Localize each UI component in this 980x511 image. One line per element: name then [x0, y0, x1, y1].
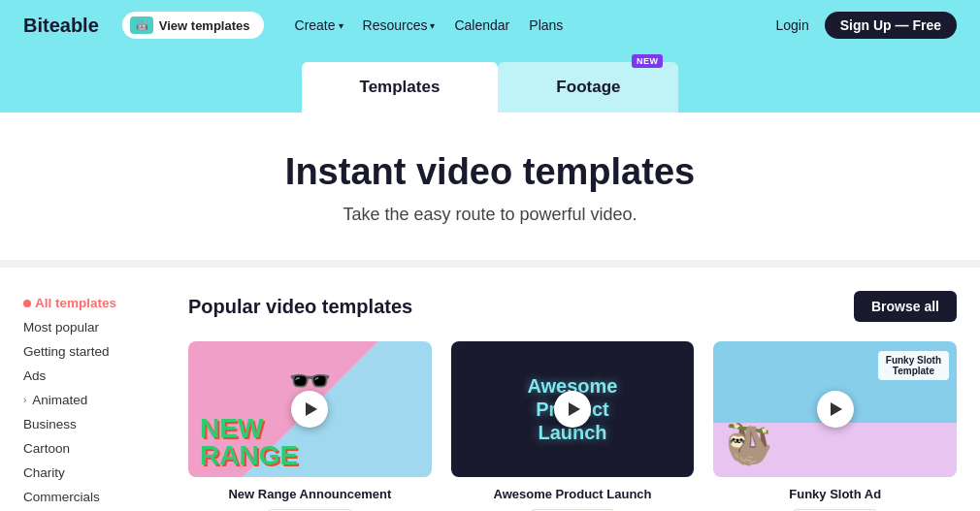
play-button[interactable] [291, 391, 328, 428]
video-card-product-launch: AwesomeProductLaunch Awesome Product Lau… [451, 341, 695, 511]
tabs-section: Templates NEW Footage [0, 50, 980, 112]
robot-icon: 🤖 [130, 16, 153, 34]
tabs-container: Templates NEW Footage [302, 62, 679, 112]
content-area: Popular video templates Browse all 🕶️ NE… [188, 291, 957, 511]
chevron-down-icon: ▾ [430, 20, 435, 31]
video-card-new-range: 🕶️ NEWRANGE New Range Announcement Edit … [188, 341, 432, 511]
sidebar: All templates Most popular Getting start… [23, 291, 188, 511]
header: Biteable 🤖 View templates Create ▾ Resou… [0, 0, 980, 50]
section-header: Popular video templates Browse all [188, 291, 957, 322]
play-button[interactable] [554, 391, 591, 428]
video-title-0: New Range Announcement [228, 487, 391, 501]
sloth-title-text: Funky SlothTemplate [878, 351, 949, 380]
active-dot [23, 300, 31, 307]
new-range-text: NEWRANGE [200, 415, 298, 469]
video-title-2: Funky Sloth Ad [789, 487, 881, 501]
nav-calendar[interactable]: Calendar [446, 14, 517, 37]
sidebar-item-animated[interactable]: › Animated [23, 388, 173, 412]
sloth-emoji: 🦥 [725, 422, 773, 467]
nav-plans[interactable]: Plans [521, 14, 571, 37]
sidebar-item-ads[interactable]: Ads [23, 364, 173, 388]
main-content: All templates Most popular Getting start… [0, 268, 980, 511]
view-templates-label: View templates [159, 18, 250, 33]
sidebar-item-cartoon[interactable]: Cartoon [23, 436, 173, 461]
sidebar-item-all-templates[interactable]: All templates [23, 291, 173, 315]
chevron-right-icon: › [23, 395, 26, 405]
video-grid: 🕶️ NEWRANGE New Range Announcement Edit … [188, 341, 957, 511]
hero-section: Instant video templates Take the easy ro… [0, 112, 980, 260]
thumbnail-product-launch[interactable]: AwesomeProductLaunch [451, 341, 695, 477]
browse-all-button[interactable]: Browse all [854, 291, 957, 322]
nav-create[interactable]: Create ▾ [287, 14, 351, 37]
hero-title: Instant video templates [19, 151, 961, 193]
header-right: Login Sign Up — Free [776, 12, 958, 39]
divider [0, 260, 980, 268]
thumbnail-new-range[interactable]: 🕶️ NEWRANGE [188, 341, 432, 477]
play-button[interactable] [817, 391, 854, 428]
section-title: Popular video templates [188, 296, 412, 318]
view-templates-button[interactable]: 🤖 View templates [122, 12, 264, 39]
tab-footage[interactable]: NEW Footage [498, 62, 678, 112]
logo[interactable]: Biteable [23, 15, 99, 37]
chevron-down-icon: ▾ [339, 20, 343, 31]
new-badge: NEW [632, 54, 664, 68]
login-link[interactable]: Login [776, 17, 809, 33]
sidebar-item-charity[interactable]: Charity [23, 461, 173, 485]
video-card-sloth: Funky SlothTemplate 🦥 Funky Sloth Ad Edi… [713, 341, 957, 511]
thumbnail-sloth[interactable]: Funky SlothTemplate 🦥 [713, 341, 957, 477]
sidebar-item-most-popular[interactable]: Most popular [23, 315, 173, 339]
main-nav: Create ▾ Resources ▾ Calendar Plans [287, 14, 572, 37]
sidebar-item-business[interactable]: Business [23, 412, 173, 436]
nav-resources[interactable]: Resources ▾ [355, 14, 443, 37]
tab-templates[interactable]: Templates [302, 62, 499, 112]
sidebar-item-commercials[interactable]: Commercials [23, 485, 173, 509]
hero-subtitle: Take the easy route to powerful video. [19, 205, 961, 225]
video-title-1: Awesome Product Launch [494, 487, 652, 501]
sidebar-item-getting-started[interactable]: Getting started [23, 339, 173, 364]
signup-button[interactable]: Sign Up — Free [825, 12, 957, 39]
